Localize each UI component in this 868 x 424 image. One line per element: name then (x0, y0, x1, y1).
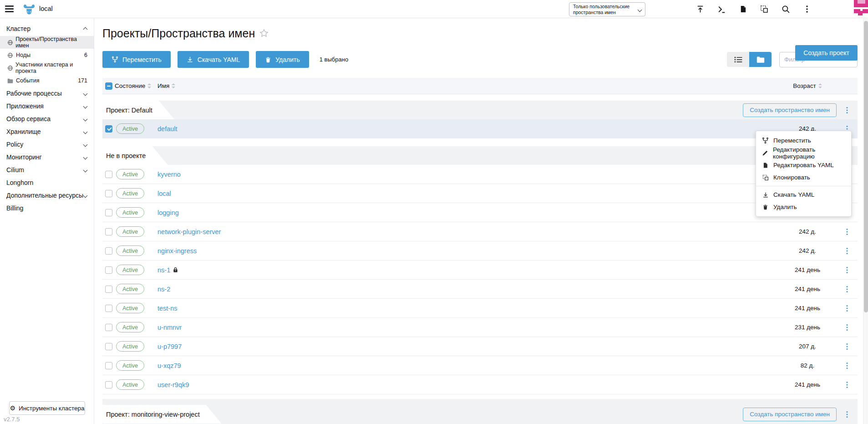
row-checkbox[interactable] (105, 247, 112, 255)
scrollbar-thumb[interactable] (864, 21, 868, 312)
sidebar-item-участники-кластера-и-проекта[interactable]: Участники кластера и проекта (0, 61, 94, 74)
row-checkbox[interactable] (105, 228, 112, 235)
file-icon[interactable] (738, 5, 747, 14)
move-button[interactable]: Переместить (102, 51, 171, 68)
column-header-age[interactable]: Возраст (778, 82, 837, 89)
row-checkbox[interactable] (105, 266, 112, 274)
create-namespace-button[interactable]: Создать пространство имен (743, 408, 837, 421)
hamburger-menu-icon[interactable] (5, 5, 14, 14)
sidebar-section-longhorn[interactable]: Longhorn (0, 176, 94, 189)
namespace-filter-dropdown[interactable]: Только пользовательские пространства име… (569, 2, 645, 16)
row-kebab-icon[interactable] (844, 343, 850, 350)
row-checkbox[interactable] (105, 324, 112, 331)
sidebar-section-мониторинг[interactable]: Мониторинг (0, 151, 94, 163)
grouped-view-button[interactable] (749, 52, 772, 67)
sidebar-item-проекты-пространства-имен[interactable]: Проекты/Пространства имен (0, 36, 94, 49)
lock-icon (173, 267, 178, 273)
row-checkbox[interactable] (105, 305, 112, 312)
namespace-row[interactable]: Active kyverno (102, 165, 858, 184)
create-project-button[interactable]: Создать проект (795, 45, 858, 61)
delete-button[interactable]: Удалить (256, 51, 309, 68)
row-kebab-icon[interactable] (844, 381, 850, 388)
row-checkbox[interactable] (105, 362, 112, 369)
context-menu-item-скачать-yaml[interactable]: Скачать YAML (756, 189, 851, 201)
namespace-link[interactable]: u-xqz79 (157, 362, 181, 369)
rancher-logo[interactable] (23, 3, 36, 17)
namespace-row[interactable]: Active u-nmnvr 231 день (102, 318, 858, 337)
namespace-link[interactable]: u-nmnvr (157, 324, 182, 331)
context-menu-item-редактировать-конфигурацию[interactable]: Редактировать конфигурацию (756, 147, 851, 159)
favorite-star-icon[interactable] (259, 29, 269, 40)
sidebar-section-дополнительные-ресурсы[interactable]: Дополнительные ресурсы (0, 189, 94, 202)
select-all-checkbox[interactable] (105, 82, 112, 90)
row-checkbox[interactable] (105, 209, 112, 216)
row-checkbox[interactable] (105, 171, 112, 178)
namespace-row[interactable]: Active ns-1 241 день (102, 261, 858, 280)
row-kebab-icon[interactable] (844, 247, 850, 255)
selected-count: 1 выбрано (320, 56, 348, 63)
namespace-row[interactable]: Active ns-2 241 день (102, 280, 858, 299)
download-yaml-button[interactable]: Скачать YAML (178, 51, 249, 68)
context-menu-item-переместить[interactable]: Переместить (756, 134, 851, 147)
row-checkbox[interactable] (105, 125, 112, 133)
namespace-link[interactable]: default (157, 125, 178, 133)
namespace-row[interactable]: Active logging 242 д. (102, 203, 858, 222)
group-kebab-icon[interactable] (844, 107, 850, 114)
globe-icon (7, 39, 13, 46)
sidebar-section-cilium[interactable]: Cilium (0, 163, 94, 176)
namespace-link[interactable]: u-p7997 (157, 343, 182, 350)
namespace-link[interactable]: user-r9qk9 (157, 381, 189, 388)
search-icon[interactable] (781, 5, 790, 14)
kebab-menu-icon[interactable] (802, 5, 812, 14)
cluster-tools-button[interactable]: ⚙ Инструменты кластера (9, 401, 85, 415)
namespace-link[interactable]: kyverno (157, 171, 181, 178)
sidebar-section-policy[interactable]: Policy (0, 138, 94, 151)
context-menu-item-редактировать-yaml[interactable]: Редактировать YAML (756, 159, 851, 171)
namespace-row[interactable]: Active local (102, 184, 858, 203)
sidebar-section-приложения[interactable]: Приложения (0, 100, 94, 112)
namespace-link[interactable]: ns-2 (157, 286, 170, 293)
sidebar-section-billing[interactable]: Billing (0, 202, 94, 215)
namespace-link[interactable]: local (157, 190, 171, 197)
sidebar-section-рабочие-процессы[interactable]: Рабочие процессы (0, 87, 94, 100)
row-kebab-icon[interactable] (844, 305, 850, 312)
sidebar-item-ноды[interactable]: Ноды 6 (0, 49, 94, 61)
upload-icon[interactable] (695, 5, 705, 14)
namespace-row[interactable]: Active nginx-ingress 242 д. (102, 241, 858, 261)
row-checkbox[interactable] (105, 190, 112, 197)
column-header-state[interactable]: Состояние (112, 82, 153, 89)
list-view-button[interactable] (727, 52, 749, 67)
namespace-link[interactable]: logging (157, 209, 179, 216)
context-menu-item-клонировать[interactable]: Клонировать (756, 171, 851, 184)
row-checkbox[interactable] (105, 286, 112, 293)
group-kebab-icon[interactable] (844, 411, 850, 418)
column-header-name[interactable]: Имя (153, 82, 778, 89)
row-kebab-icon[interactable] (844, 266, 850, 274)
sidebar-section-хранилище[interactable]: Хранилище (0, 125, 94, 138)
namespace-link[interactable]: nginx-ingress (157, 247, 197, 255)
copy-icon[interactable] (760, 5, 769, 14)
row-kebab-icon[interactable] (844, 286, 850, 293)
namespace-row[interactable]: Active test-ns 241 день (102, 299, 858, 318)
sidebar-item-события[interactable]: События 171 (0, 74, 94, 87)
row-checkbox[interactable] (105, 343, 112, 350)
namespace-link[interactable]: test-ns (157, 305, 178, 312)
namespace-row[interactable]: Active network-plugin-server 242 д. (102, 222, 858, 241)
context-menu-item-удалить[interactable]: Удалить (756, 201, 851, 213)
sidebar-section-обзор-сервиса[interactable]: Обзор сервиса (0, 112, 94, 125)
user-avatar[interactable] (854, 0, 868, 16)
namespace-link[interactable]: network-plugin-server (157, 228, 221, 235)
row-kebab-icon[interactable] (844, 228, 850, 235)
row-kebab-icon[interactable] (844, 324, 850, 331)
namespace-row[interactable]: Active user-r9qk9 241 день (102, 375, 858, 394)
sidebar-group-кластер[interactable]: Кластер (0, 21, 94, 36)
create-namespace-button[interactable]: Создать пространство имен (743, 103, 837, 117)
row-kebab-icon[interactable] (844, 362, 850, 369)
kubectl-shell-icon[interactable] (717, 5, 726, 14)
page-scrollbar[interactable] (863, 19, 868, 424)
row-checkbox[interactable] (105, 381, 112, 388)
namespace-row[interactable]: Active u-xqz79 82 д. (102, 356, 858, 375)
namespace-row[interactable]: Active u-p7997 207 д. (102, 337, 858, 356)
namespace-row[interactable]: Active default 242 д. (102, 119, 858, 138)
namespace-link[interactable]: ns-1 (157, 266, 170, 274)
